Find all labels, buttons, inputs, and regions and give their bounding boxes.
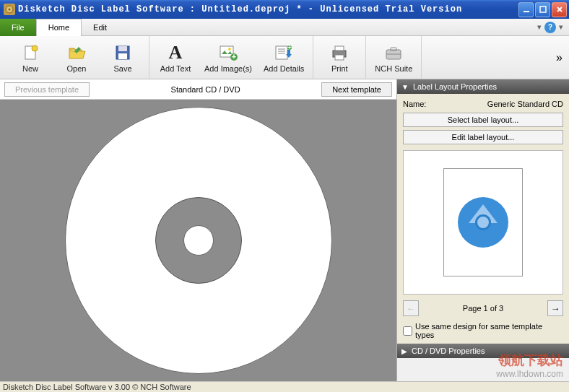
save-disk-icon: [113, 43, 133, 63]
open-button[interactable]: Open: [53, 41, 100, 74]
window-title: Disketch Disc Label Software : Untitled.…: [18, 4, 518, 14]
svg-text:+: +: [287, 44, 292, 51]
edit-tab[interactable]: Edit: [82, 19, 118, 36]
layout-preview: [403, 150, 563, 295]
layout-name-value: Generic Standard CD: [487, 100, 563, 108]
nch-suite-button[interactable]: NCH Suite: [369, 41, 418, 74]
help-menu-dropdown[interactable]: ▾: [559, 22, 563, 32]
save-button[interactable]: Save: [100, 41, 146, 74]
cd-dvd-section-header[interactable]: ▶ CD / DVD Properties: [397, 344, 569, 358]
svg-rect-3: [540, 6, 546, 12]
svg-rect-8: [118, 53, 127, 59]
printer-icon: [329, 43, 349, 63]
preview-prev-button[interactable]: ←: [403, 300, 419, 316]
design-canvas[interactable]: [0, 100, 396, 381]
page-indicator: Page 1 of 3: [463, 304, 503, 313]
minimize-button[interactable]: [518, 2, 534, 17]
disc-hole: [183, 225, 214, 256]
disc-label-surface[interactable]: [65, 107, 332, 374]
open-folder-icon: [66, 43, 87, 63]
preview-disc-icon: [458, 197, 508, 248]
next-template-button[interactable]: Next template: [321, 82, 392, 97]
chevron-down-icon: ▼: [401, 83, 409, 91]
briefcase-icon: [383, 43, 404, 63]
help-dropdown[interactable]: ▾: [537, 22, 542, 32]
canvas-panel: Previous template Standard CD / DVD Next…: [0, 79, 397, 381]
title-bar: Disketch Disc Label Software : Untitled.…: [0, 0, 569, 19]
previous-template-button[interactable]: Previous template: [4, 82, 90, 97]
chevron-right-icon: ▶: [401, 347, 407, 355]
properties-panel: ▼ Label Layout Properties Name: Generic …: [397, 79, 569, 381]
edit-label-layout-button[interactable]: Edit label layout...: [403, 130, 563, 144]
svg-point-1: [9, 9, 11, 11]
preview-page: [443, 168, 523, 276]
same-design-checkbox[interactable]: [403, 326, 412, 336]
new-document-icon: [20, 43, 40, 63]
svg-point-10: [228, 48, 231, 51]
details-icon: +: [274, 43, 294, 63]
disc-hub: [155, 197, 242, 284]
name-label: Name:: [403, 100, 426, 108]
svg-rect-13: [276, 46, 287, 59]
select-label-layout-button[interactable]: Select label layout...: [403, 113, 563, 127]
svg-rect-2: [524, 11, 529, 12]
help-icon[interactable]: ?: [544, 22, 556, 33]
add-details-button[interactable]: + Add Details: [258, 41, 310, 74]
svg-text:+: +: [232, 52, 236, 61]
svg-point-5: [32, 45, 38, 51]
home-tab[interactable]: Home: [36, 19, 82, 36]
svg-rect-7: [118, 46, 127, 51]
new-button[interactable]: New: [7, 41, 53, 74]
close-button[interactable]: [552, 2, 567, 17]
menu-strip: File Home Edit ▾ ? ▾: [0, 19, 569, 36]
same-design-checkbox-row[interactable]: Use same design for same template types: [403, 322, 563, 339]
file-menu[interactable]: File: [0, 19, 36, 36]
status-bar: Disketch Disc Label Software v 3.00 © NC…: [0, 381, 569, 391]
app-icon: [4, 4, 15, 15]
print-button[interactable]: Print: [316, 41, 362, 74]
svg-rect-20: [335, 46, 344, 51]
text-icon: A: [165, 43, 186, 63]
label-layout-section-header[interactable]: ▼ Label Layout Properties: [397, 79, 569, 94]
add-images-button[interactable]: + Add Image(s): [199, 41, 258, 74]
ribbon-overflow[interactable]: »: [552, 51, 565, 64]
maximize-button[interactable]: [535, 2, 550, 17]
template-name-label: Standard CD / DVD: [94, 85, 317, 94]
image-icon: +: [218, 43, 238, 63]
svg-rect-21: [335, 55, 344, 60]
status-text: Disketch Disc Label Software v 3.00 © NC…: [3, 383, 191, 391]
label-layout-section-body: Name: Generic Standard CD Select label l…: [397, 94, 569, 344]
ribbon-toolbar: New Open Save A Add Text + Add Image(s) …: [0, 36, 569, 79]
window-controls: [518, 2, 567, 17]
add-text-button[interactable]: A Add Text: [152, 41, 199, 74]
preview-next-button[interactable]: →: [547, 300, 563, 316]
